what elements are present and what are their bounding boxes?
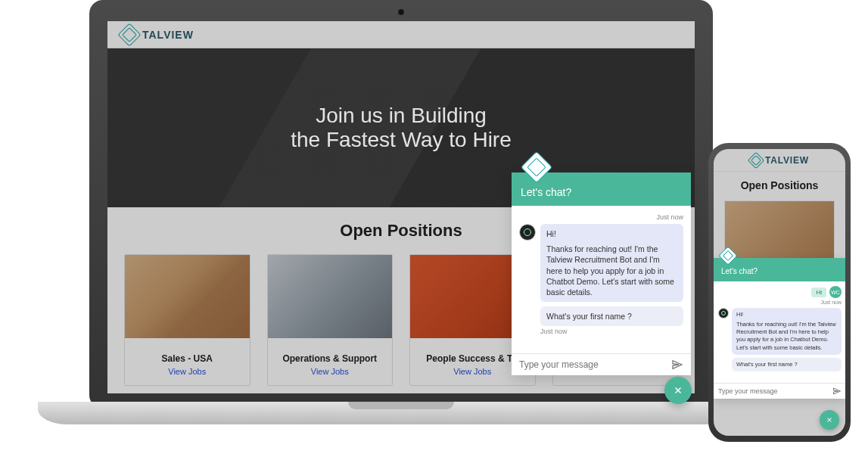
brand-name: TALVIEW — [142, 29, 194, 41]
hero-line-1: Join us in Building — [291, 104, 512, 128]
close-icon — [673, 385, 683, 396]
bot-message: Hi! Thanks for reaching out! I'm the Tal… — [540, 224, 683, 302]
bot-question: What's your first name ? — [540, 306, 683, 326]
brand-name: TALVIEW — [765, 155, 809, 166]
section-title: Open Positions — [714, 172, 845, 196]
timestamp: Just now — [714, 300, 845, 305]
user-avatar: WC — [829, 286, 842, 298]
chatbot-body: Just now Hi! Thanks for reaching out! I'… — [512, 206, 691, 353]
hero-line-2: the Fastest Way to Hire — [291, 128, 512, 152]
logo-icon — [117, 23, 141, 46]
camera-icon — [398, 9, 404, 15]
bot-question: What's your first name ? — [732, 358, 842, 371]
timestamp: Just now — [519, 213, 683, 221]
chat-input-row — [714, 383, 845, 399]
laptop-base — [38, 402, 764, 424]
logo-icon — [748, 151, 765, 169]
position-card[interactable]: Sales - USA View Jobs — [124, 254, 250, 386]
user-message: Hi — [811, 287, 826, 297]
bot-text: Thanks for reaching out! I'm the Talview… — [736, 321, 837, 352]
mobile-topbar: TALVIEW — [714, 149, 845, 172]
card-title: Operations & Support — [268, 338, 393, 367]
bot-avatar-icon — [519, 224, 536, 241]
bot-message: Hi! Thanks for reaching out! I'm the Tal… — [732, 308, 842, 355]
phone-mockup: TALVIEW Open Positions Let's chat? Hi WC… — [708, 143, 851, 442]
position-card[interactable] — [724, 200, 835, 261]
mobile-viewport: TALVIEW Open Positions Let's chat? Hi WC… — [714, 149, 845, 436]
bot-avatar-icon — [718, 308, 729, 319]
chatbot-close-button[interactable] — [664, 377, 692, 404]
bot-text: Thanks for reaching out! I'm the Talview… — [546, 244, 677, 297]
view-jobs-link[interactable]: View Jobs — [268, 367, 393, 385]
chat-input[interactable] — [519, 359, 665, 370]
timestamp: Just now — [540, 328, 683, 335]
chatbot-widget: Let's chat? Just now Hi! Thanks for reac… — [512, 172, 691, 375]
topbar: TALVIEW — [107, 21, 695, 48]
bot-greeting: Hi! — [546, 228, 677, 239]
send-icon[interactable] — [671, 359, 683, 371]
chatbot-close-button[interactable] — [820, 410, 839, 430]
position-card[interactable]: Operations & Support View Jobs — [267, 254, 394, 386]
card-title: Sales - USA — [125, 338, 250, 367]
chat-input-row — [512, 353, 691, 375]
chat-input[interactable] — [718, 387, 826, 395]
card-image — [125, 255, 250, 338]
send-icon[interactable] — [832, 387, 842, 396]
chatbot-widget-mobile: Let's chat? Hi WC Just now Hi! Thanks fo… — [714, 258, 845, 399]
card-image — [268, 255, 393, 338]
close-icon — [826, 416, 833, 424]
chatbot-header: Let's chat? — [714, 258, 845, 281]
view-jobs-link[interactable]: View Jobs — [125, 367, 250, 385]
bot-greeting: Hi! — [736, 311, 837, 319]
brand-logo[interactable]: TALVIEW — [121, 26, 194, 43]
